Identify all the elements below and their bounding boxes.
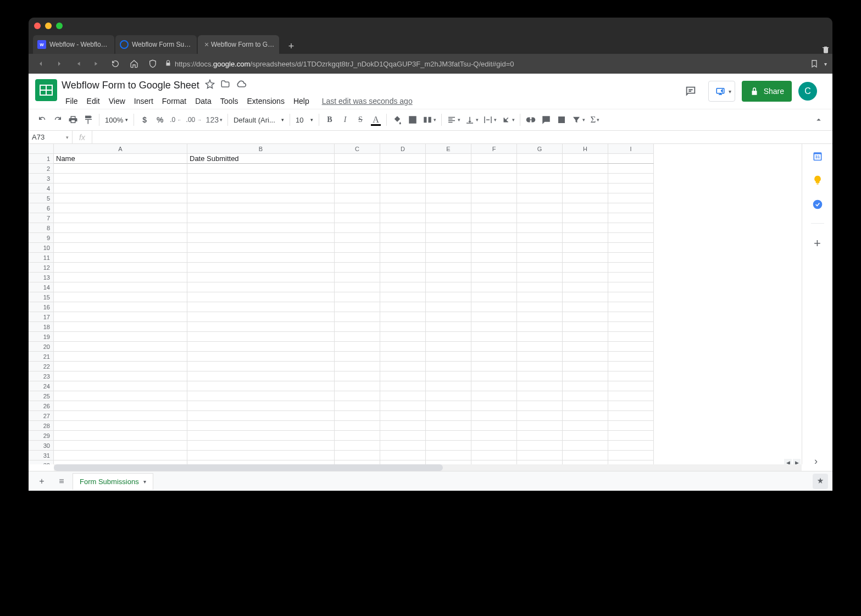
cell[interactable] — [517, 342, 563, 352]
cell[interactable] — [471, 421, 517, 431]
share-button[interactable]: Share — [742, 81, 792, 102]
print-button[interactable] — [66, 113, 80, 127]
cell[interactable] — [187, 184, 335, 193]
cell[interactable] — [563, 273, 608, 282]
column-header[interactable]: H — [563, 144, 608, 154]
cell[interactable] — [335, 391, 380, 401]
cell[interactable] — [187, 203, 335, 213]
browser-tab-sheets[interactable]: × Webflow Form to Google — [198, 35, 279, 54]
cell[interactable] — [517, 282, 563, 292]
cell[interactable] — [380, 193, 426, 203]
side-panel-toggle[interactable]: › — [809, 454, 823, 468]
cell[interactable] — [517, 381, 563, 391]
cell[interactable] — [187, 213, 335, 223]
cell[interactable] — [187, 263, 335, 273]
cell[interactable] — [187, 282, 335, 292]
cell[interactable] — [187, 332, 335, 342]
borders-button[interactable] — [405, 113, 420, 127]
column-header[interactable]: F — [471, 144, 517, 154]
cell[interactable] — [517, 352, 563, 362]
cell[interactable] — [380, 223, 426, 233]
cloud-icon[interactable] — [236, 79, 247, 92]
cell[interactable] — [54, 391, 187, 401]
cell[interactable] — [471, 203, 517, 213]
cell[interactable] — [608, 332, 654, 342]
text-rotate-button[interactable]: ▾ — [499, 113, 516, 127]
row-header[interactable]: 19 — [29, 332, 54, 342]
cell[interactable] — [471, 342, 517, 352]
cell[interactable] — [426, 223, 471, 233]
menu-format[interactable]: Format — [158, 95, 190, 108]
cell[interactable] — [517, 371, 563, 381]
cell[interactable] — [471, 233, 517, 243]
cell[interactable] — [187, 401, 335, 411]
text-color-button[interactable]: A — [369, 113, 383, 127]
column-header[interactable]: I — [608, 144, 654, 154]
window-minimize-button[interactable] — [45, 23, 52, 29]
cell[interactable] — [517, 233, 563, 243]
cell[interactable] — [54, 273, 187, 282]
cell[interactable] — [380, 391, 426, 401]
cell[interactable] — [563, 421, 608, 431]
row-header[interactable]: 29 — [29, 431, 54, 441]
cell[interactable] — [563, 302, 608, 312]
row-header[interactable]: 17 — [29, 312, 54, 322]
chevron-down-icon[interactable]: ▾ — [824, 61, 827, 67]
cell[interactable] — [54, 243, 187, 253]
cell[interactable] — [563, 243, 608, 253]
explore-button[interactable] — [813, 474, 828, 489]
cell[interactable] — [335, 174, 380, 184]
tasks-addon-icon[interactable] — [812, 199, 823, 210]
cell[interactable] — [187, 322, 335, 332]
paint-format-button[interactable] — [81, 113, 96, 127]
cell[interactable] — [335, 233, 380, 243]
cell[interactable] — [426, 401, 471, 411]
cell[interactable] — [187, 362, 335, 371]
cell[interactable] — [335, 352, 380, 362]
cell[interactable] — [563, 213, 608, 223]
cell[interactable] — [187, 411, 335, 421]
cell[interactable] — [380, 184, 426, 193]
cell[interactable] — [608, 371, 654, 381]
cell[interactable] — [563, 203, 608, 213]
cell[interactable] — [471, 391, 517, 401]
filter-button[interactable]: ▾ — [570, 113, 587, 127]
h-align-button[interactable]: ▾ — [445, 113, 462, 127]
cell[interactable] — [380, 342, 426, 352]
cell[interactable] — [471, 164, 517, 174]
cell[interactable] — [380, 381, 426, 391]
cell[interactable] — [187, 441, 335, 451]
cell[interactable] — [471, 332, 517, 342]
cell[interactable] — [517, 441, 563, 451]
cell[interactable] — [608, 263, 654, 273]
cell[interactable] — [608, 460, 654, 464]
cell[interactable] — [471, 362, 517, 371]
menu-extensions[interactable]: Extensions — [243, 95, 288, 108]
currency-button[interactable]: $ — [137, 113, 152, 127]
cell[interactable] — [187, 460, 335, 464]
row-header[interactable]: 2 — [29, 164, 54, 174]
redo-button[interactable] — [51, 113, 65, 127]
cell[interactable] — [54, 223, 187, 233]
cell[interactable] — [380, 362, 426, 371]
cell[interactable] — [608, 451, 654, 460]
cell[interactable] — [471, 273, 517, 282]
cell[interactable] — [54, 352, 187, 362]
cell[interactable] — [563, 193, 608, 203]
row-header[interactable]: 12 — [29, 263, 54, 273]
cell[interactable] — [187, 193, 335, 203]
cell[interactable] — [608, 342, 654, 352]
cell[interactable] — [563, 342, 608, 352]
cell[interactable] — [380, 371, 426, 381]
cell[interactable] — [426, 233, 471, 243]
cell[interactable] — [517, 263, 563, 273]
cell[interactable] — [335, 371, 380, 381]
cell[interactable] — [517, 243, 563, 253]
cell[interactable] — [335, 322, 380, 332]
cell[interactable] — [563, 371, 608, 381]
shield-icon[interactable] — [146, 57, 159, 70]
cell[interactable] — [517, 203, 563, 213]
cell[interactable] — [517, 421, 563, 431]
cell[interactable] — [54, 233, 187, 243]
cell[interactable] — [517, 322, 563, 332]
